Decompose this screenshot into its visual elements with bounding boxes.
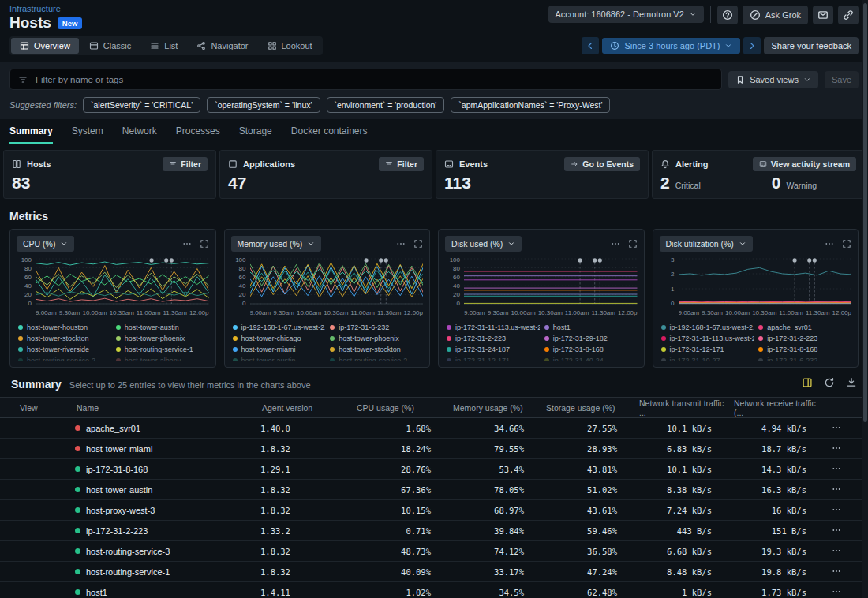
breadcrumb[interactable]: Infrastructure	[9, 4, 82, 13]
host-name-link[interactable]: host-routing-service-3	[75, 547, 260, 556]
stat-card-action-button[interactable]: Filter	[379, 157, 424, 171]
row-menu-button[interactable]	[832, 546, 841, 555]
notifications-button[interactable]	[813, 6, 833, 24]
save-button[interactable]: Save	[825, 71, 859, 88]
share-link-button[interactable]	[838, 6, 859, 24]
view-tab-navigator[interactable]: Navigator	[188, 38, 256, 54]
legend-item[interactable]: ip-172-31-12-171	[447, 357, 540, 361]
section-tab-docker-containers[interactable]: Docker containers	[291, 125, 368, 144]
legend-item[interactable]: host-tower-phoenix	[116, 335, 209, 342]
column-header[interactable]: CPU usage (%)	[355, 403, 451, 413]
saved-views-button[interactable]: Saved views	[728, 71, 818, 88]
row-menu-button[interactable]	[832, 464, 841, 473]
time-back-button[interactable]	[582, 37, 599, 54]
chart-plot[interactable]	[36, 256, 209, 307]
time-range-picker[interactable]: Since 3 hours ago (PDT)	[602, 38, 740, 54]
legend-item[interactable]: ip-172-31-6-232	[330, 323, 423, 331]
suggested-filter-chip[interactable]: `apmApplicationNames` = 'Proxy-West'	[451, 97, 610, 113]
view-tab-list[interactable]: List	[141, 38, 186, 54]
kebab-icon[interactable]	[825, 239, 834, 249]
row-menu-button[interactable]	[832, 566, 841, 576]
expand-icon[interactable]	[842, 239, 851, 249]
help-button[interactable]	[717, 6, 738, 24]
view-tab-overview[interactable]: Overview	[11, 38, 79, 54]
time-forward-button[interactable]	[743, 37, 761, 54]
section-tab-system[interactable]: System	[72, 125, 103, 144]
legend-item[interactable]: ip-172-31-24-187	[447, 346, 540, 353]
legend-item[interactable]: host-tower-houston	[18, 323, 111, 331]
metric-selector[interactable]: Disk used (%)	[445, 236, 522, 252]
suggested-filter-chip[interactable]: `environment` = 'production'	[327, 97, 445, 113]
legend-item[interactable]: host-routing-service-1	[116, 346, 209, 353]
suggested-filter-chip[interactable]: `operatingSystem` = 'linux'	[207, 97, 320, 113]
feedback-button[interactable]: Share your feedback	[764, 37, 859, 54]
expand-icon[interactable]	[200, 239, 209, 249]
legend-item[interactable]: ip-172-31-8-168	[544, 346, 638, 353]
expand-icon[interactable]	[628, 239, 638, 249]
host-name-link[interactable]: host1	[75, 588, 260, 597]
legend-item[interactable]: host-tower-albany	[116, 357, 209, 361]
view-tab-classic[interactable]: Classic	[80, 38, 140, 54]
section-tab-summary[interactable]: Summary	[9, 125, 53, 144]
filter-input[interactable]	[36, 75, 713, 84]
legend-item[interactable]: host-tower-austin	[233, 357, 326, 361]
column-header[interactable]: Memory usage (%)	[451, 403, 544, 413]
metric-selector[interactable]: Memory used (%)	[231, 236, 322, 252]
kebab-icon[interactable]	[182, 239, 192, 249]
legend-item[interactable]: ip-172-31-12-171	[661, 346, 754, 353]
expand-icon[interactable]	[413, 239, 423, 249]
metric-selector[interactable]: Disk utilization (%)	[660, 236, 753, 252]
legend-item[interactable]: ip-172-31-10-27	[661, 357, 754, 361]
column-header[interactable]: View	[0, 403, 75, 413]
row-menu-button[interactable]	[832, 443, 841, 453]
section-tab-storage[interactable]: Storage	[239, 125, 272, 144]
legend-item[interactable]: ip-192-168-1-67.us-west-2.com…	[661, 323, 754, 331]
column-header[interactable]: Network transmit traffic ...	[638, 398, 732, 417]
row-menu-button[interactable]	[832, 484, 841, 494]
legend-item[interactable]: ip-172-31-2-223	[758, 335, 851, 342]
row-menu-button[interactable]	[832, 525, 841, 535]
view-tab-lookout[interactable]: Lookout	[259, 38, 321, 54]
column-header[interactable]: Network receive traffic (...	[732, 398, 827, 417]
ask-grok-button[interactable]: Ask Grok	[743, 6, 808, 24]
legend-item[interactable]: ip-172-31-6-232	[758, 357, 851, 361]
legend-item[interactable]: host-tower-stockton	[18, 335, 111, 342]
columns-icon[interactable]	[802, 377, 813, 388]
legend-item[interactable]: ip-172-31-29-182	[544, 335, 638, 342]
row-menu-button[interactable]	[832, 423, 841, 432]
kebab-icon[interactable]	[396, 239, 406, 249]
row-menu-button[interactable]	[832, 505, 841, 514]
section-tab-network[interactable]: Network	[122, 125, 157, 144]
legend-item[interactable]: host-tower-stockton	[330, 346, 423, 353]
column-header[interactable]: Agent version	[260, 403, 355, 413]
host-name-link[interactable]: apache_svr01	[75, 424, 260, 433]
host-name-link[interactable]: host-proxy-west-3	[75, 506, 260, 515]
host-name-link[interactable]: host-tower-miami	[75, 444, 260, 454]
section-tab-processes[interactable]: Processes	[176, 125, 220, 144]
legend-item[interactable]: ip-172-31-8-168	[758, 346, 851, 353]
legend-item[interactable]: ip-192-168-1-67.us-west-2.com…	[233, 323, 326, 331]
refresh-icon[interactable]	[824, 377, 835, 388]
legend-item[interactable]: host1	[544, 323, 638, 331]
account-selector[interactable]: Account: 1606862 - Demotron V2	[548, 6, 704, 23]
stat-card-action-button[interactable]: View activity stream	[753, 157, 856, 171]
chart-plot[interactable]	[464, 256, 638, 307]
host-name-link[interactable]: host-tower-austin	[75, 485, 260, 495]
legend-item[interactable]: host-routing-service-2	[330, 357, 423, 361]
legend-item[interactable]: host-tower-riverside	[18, 346, 111, 353]
legend-item[interactable]: ip-172-31-2-223	[447, 335, 540, 342]
stat-card-action-button[interactable]: Filter	[163, 157, 208, 171]
legend-item[interactable]: host-routing-service-2	[18, 357, 111, 361]
download-icon[interactable]	[846, 377, 857, 388]
legend-item[interactable]: host-tower-austin	[116, 323, 209, 331]
host-name-link[interactable]: host-routing-service-1	[75, 567, 260, 577]
chart-plot[interactable]	[679, 256, 852, 307]
stat-card-action-button[interactable]: Go to Events	[564, 157, 640, 171]
legend-item[interactable]: ip-172-31-11-113.us-west-2.com…	[661, 335, 754, 342]
suggested-filter-chip[interactable]: `alertSeverity` = 'CRITICAL'	[83, 97, 200, 113]
column-header[interactable]: Storage usage (%)	[544, 403, 638, 413]
legend-item[interactable]: ip-172-31-11-113.us-west-2.com…	[447, 323, 540, 331]
legend-item[interactable]: apache_svr01	[758, 323, 851, 331]
legend-item[interactable]: host-tower-miami	[233, 346, 326, 353]
page-scrollbar[interactable]	[862, 0, 868, 598]
